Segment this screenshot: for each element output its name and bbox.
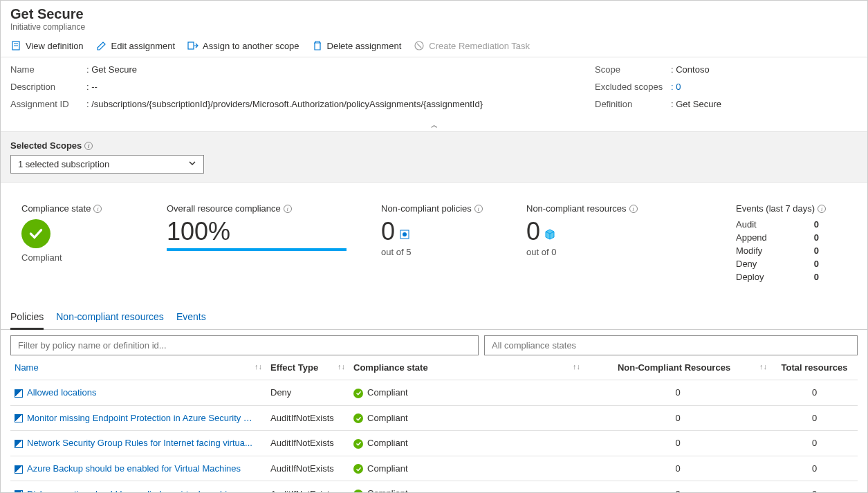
event-value: 0 — [814, 232, 819, 243]
policy-name-cell[interactable]: Allowed locations — [10, 380, 266, 406]
compliance-cell: Compliant — [349, 456, 584, 481]
edit-assignment-button[interactable]: Edit assignment — [96, 40, 176, 51]
filter-name-input[interactable] — [10, 335, 479, 355]
tabs: Policies Non-compliant resources Events — [1, 306, 867, 330]
noncompliant-cell: 0 — [584, 405, 771, 431]
info-icon[interactable]: i — [629, 205, 638, 213]
noncompliant-policies-stat: Non-compliant policiesi 0 out of 5 — [381, 203, 492, 285]
compliance-cell: Compliant — [349, 481, 584, 493]
total-cell: 0 — [771, 481, 858, 493]
info-icon[interactable]: i — [84, 142, 93, 150]
assignment-id-label: Assignment ID — [10, 99, 86, 109]
toolbar-label: Create Remediation Task — [429, 41, 530, 51]
excluded-scopes-value[interactable]: : 0 — [671, 82, 681, 92]
policy-name-cell[interactable]: Monitor missing Endpoint Protection in A… — [10, 405, 266, 431]
compliance-state-stat: Compliance statei Compliant — [21, 203, 132, 285]
effect-cell: AuditIfNotExists — [266, 431, 349, 456]
event-label: Append — [736, 232, 767, 243]
policy-name-cell[interactable]: Network Security Group Rules for Interne… — [10, 431, 266, 456]
table-row[interactable]: Allowed locationsDenyCompliant00 — [10, 380, 858, 406]
policy-name-cell[interactable]: Disk encryption should be applied on vir… — [10, 481, 266, 493]
definition-label: Definition — [595, 99, 671, 109]
tab-policies[interactable]: Policies — [10, 306, 44, 330]
table-row[interactable]: Network Security Group Rules for Interne… — [10, 431, 858, 456]
tab-events[interactable]: Events — [176, 306, 206, 329]
resource-cube-icon — [544, 229, 555, 240]
svg-point-6 — [403, 232, 407, 236]
noncompliant-resources-value: 0 — [526, 219, 540, 244]
compliance-state-value: Compliant — [21, 252, 132, 263]
noncompliant-cell: 0 — [584, 481, 771, 493]
compliant-check-icon — [353, 439, 363, 449]
policy-icon — [15, 465, 23, 474]
table-row[interactable]: Monitor missing Endpoint Protection in A… — [10, 405, 858, 431]
sort-icon: ↑↓ — [573, 362, 580, 371]
col-noncompliant[interactable]: Non-Compliant Resources↑↓ — [584, 355, 771, 380]
policy-icon — [15, 389, 23, 398]
page-header: Get Secure Initiative compliance — [1, 1, 867, 35]
sort-icon: ↑↓ — [255, 362, 262, 371]
filter-row — [1, 330, 867, 355]
page-subtitle: Initiative compliance — [10, 22, 858, 32]
details-panel: Name : Get Secure Description : -- Assig… — [1, 57, 867, 119]
policy-name-cell[interactable]: Azure Backup should be enabled for Virtu… — [10, 456, 266, 481]
events-stat: Events (last 7 days)i Audit0Append0Modif… — [736, 203, 847, 285]
effect-cell: AuditIfNotExists — [266, 481, 349, 493]
event-row: Deploy0 — [736, 272, 819, 282]
selected-scopes-section: Selected Scopes i 1 selected subscriptio… — [1, 132, 867, 183]
collapse-details-bar[interactable]: ︽ — [1, 119, 867, 132]
event-value: 0 — [814, 245, 819, 256]
delete-assignment-button[interactable]: Delete assignment — [312, 40, 402, 51]
col-compliance[interactable]: Compliance state↑↓ — [349, 355, 584, 380]
info-icon[interactable]: i — [474, 205, 483, 213]
event-row: Modify0 — [736, 245, 819, 256]
selected-scopes-label: Selected Scopes i — [10, 140, 858, 151]
scope-label: Scope — [595, 64, 671, 75]
event-row: Deny0 — [736, 259, 819, 269]
compliance-cell: Compliant — [349, 431, 584, 456]
filter-state-input[interactable] — [484, 335, 858, 355]
event-value: 0 — [814, 219, 819, 230]
col-total[interactable]: Total resources — [771, 355, 858, 380]
compliant-check-icon — [353, 490, 363, 493]
compliant-check-icon — [21, 219, 50, 248]
policy-icon — [15, 414, 23, 422]
info-icon[interactable]: i — [818, 205, 826, 213]
policies-table: Name↑↓ Effect Type↑↓ Compliance state↑↓ … — [10, 355, 858, 493]
noncompliant-cell: 0 — [584, 456, 771, 481]
chevron-up-icon: ︽ — [431, 121, 438, 129]
policy-icon — [15, 490, 23, 493]
event-label: Audit — [736, 219, 757, 230]
info-icon[interactable]: i — [93, 205, 102, 213]
event-label: Modify — [736, 245, 762, 256]
name-label: Name — [10, 64, 86, 75]
table-row[interactable]: Azure Backup should be enabled for Virtu… — [10, 456, 858, 481]
effect-cell: AuditIfNotExists — [266, 456, 349, 481]
description-label: Description — [10, 82, 86, 92]
description-value: : -- — [86, 82, 98, 92]
col-name[interactable]: Name↑↓ — [10, 355, 266, 380]
effect-cell: Deny — [266, 380, 349, 406]
view-definition-button[interactable]: View definition — [10, 40, 84, 51]
trash-icon — [312, 40, 323, 51]
tab-noncompliant-resources[interactable]: Non-compliant resources — [56, 306, 164, 329]
total-cell: 0 — [771, 405, 858, 431]
chevron-down-icon — [188, 159, 196, 169]
effect-cell: AuditIfNotExists — [266, 405, 349, 431]
progress-bar — [167, 248, 347, 251]
compliant-check-icon — [353, 464, 363, 474]
event-row: Append0 — [736, 232, 819, 243]
assignment-id-value: : /subscriptions/{subscriptionId}/provid… — [86, 99, 483, 109]
info-icon[interactable]: i — [284, 205, 292, 213]
event-value: 0 — [814, 259, 819, 269]
assign-scope-button[interactable]: Assign to another scope — [187, 40, 299, 51]
event-row: Audit0 — [736, 219, 819, 230]
compliant-check-icon — [353, 413, 363, 423]
scope-selector[interactable]: 1 selected subscription — [10, 155, 204, 174]
event-label: Deploy — [736, 272, 764, 282]
table-row[interactable]: Disk encryption should be applied on vir… — [10, 481, 858, 493]
document-icon — [10, 40, 21, 51]
compliance-cell: Compliant — [349, 380, 584, 406]
col-effect[interactable]: Effect Type↑↓ — [266, 355, 349, 380]
create-remediation-button: Create Remediation Task — [414, 40, 530, 51]
